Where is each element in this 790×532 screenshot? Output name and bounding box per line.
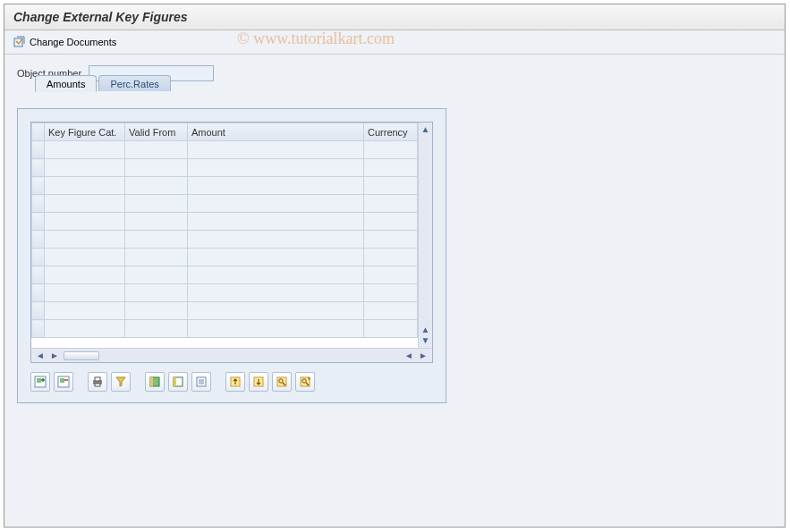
sort-asc-icon [229,376,242,388]
insert-row-button[interactable] [30,372,50,392]
row-selector[interactable] [32,231,45,249]
scroll-up-icon[interactable]: ▲ [420,124,431,135]
table-cell[interactable] [188,249,364,266]
table-cell[interactable] [45,177,125,195]
filter-button[interactable] [111,372,131,392]
row-selector[interactable] [32,249,45,266]
table-cell[interactable] [364,213,418,231]
table-cell[interactable] [188,284,364,302]
table-cell[interactable] [45,159,125,177]
table-row [32,320,418,338]
sort-desc-button[interactable] [249,372,268,392]
select-all-button[interactable] [145,372,165,392]
scroll-thumb[interactable] [64,351,99,360]
column-header[interactable]: Amount [188,123,364,141]
row-selector[interactable] [32,159,45,177]
table-cell[interactable] [364,177,418,195]
table-cell[interactable] [364,266,418,284]
row-selector[interactable] [32,320,45,338]
change-documents-button[interactable]: Change Documents [30,37,116,47]
table-cell[interactable] [125,213,188,231]
table-cell[interactable] [364,231,418,249]
table-cell[interactable] [364,302,418,320]
column-header[interactable]: Valid From [125,123,188,141]
scroll-right-icon[interactable]: ► [49,350,60,361]
table-cell[interactable] [125,320,188,338]
find-next-button[interactable] [295,372,315,392]
row-selector[interactable] [32,284,45,302]
table-cell[interactable] [188,213,364,231]
scroll-up2-icon[interactable]: ▲ [420,325,431,335]
sort-asc-button[interactable] [225,372,245,392]
svg-rect-6 [95,377,100,381]
table-cell[interactable] [125,302,188,320]
insert-row-icon [34,376,47,388]
table-row [32,249,418,266]
table-cell[interactable] [125,249,188,266]
table-cell[interactable] [188,177,364,195]
scroll-left-icon[interactable]: ◄ [35,350,46,361]
grid-toolbar [18,372,446,402]
table-cell[interactable] [125,159,188,177]
find-button[interactable] [272,372,292,392]
vertical-scrollbar[interactable]: ▲ ▲ ▼ [418,122,432,348]
tab-amounts[interactable]: Amounts [35,75,97,92]
table-cell[interactable] [188,195,364,213]
table-cell[interactable] [125,195,188,213]
table-cell[interactable] [45,302,125,320]
table-cell[interactable] [364,159,418,177]
table-cell[interactable] [364,284,418,302]
print-icon [91,376,104,388]
row-selector[interactable] [32,177,45,195]
table-cell[interactable] [188,302,364,320]
table-cell[interactable] [364,249,418,266]
row-selector[interactable] [32,302,45,320]
scroll-down-icon[interactable]: ▼ [420,335,431,346]
table-cell[interactable] [45,284,125,302]
row-selector[interactable] [32,141,45,159]
column-selector[interactable] [32,123,45,141]
application-window: Change External Key Figures Change Docum… [4,4,786,528]
table-cell[interactable] [125,284,188,302]
tab-perc-rates[interactable]: Perc.Rates [98,75,170,91]
table-cell[interactable] [45,141,125,159]
table-cell[interactable] [125,177,188,195]
table-cell[interactable] [364,320,418,338]
row-selector[interactable] [32,195,45,213]
tab-container: Amounts Perc.Rates Key Figure Cat. [17,90,772,403]
scroll-left2-icon[interactable]: ◄ [403,350,414,361]
tab-panel: Key Figure Cat. Valid From Amount Curren… [17,108,446,403]
table-cell[interactable] [45,249,125,266]
horizontal-scrollbar[interactable]: ◄ ► ◄ ► [31,348,432,362]
row-selector[interactable] [32,266,45,284]
table-cell[interactable] [45,213,125,231]
table-cell[interactable] [45,320,125,338]
table-cell[interactable] [45,231,125,249]
delete-row-button[interactable] [54,372,73,392]
print-button[interactable] [88,372,107,392]
deselect-all-icon [172,376,184,388]
table-cell[interactable] [188,141,364,159]
find-next-icon [299,376,311,388]
column-header[interactable]: Key Figure Cat. [45,123,125,141]
details-button[interactable] [191,372,211,392]
details-icon [195,376,208,388]
table-row [32,231,418,249]
table-cell[interactable] [188,159,364,177]
table-cell[interactable] [125,231,188,249]
scroll-right2-icon[interactable]: ► [418,350,429,361]
change-documents-icon[interactable] [13,36,26,48]
table-cell[interactable] [125,141,188,159]
table-cell[interactable] [364,195,418,213]
content-area: Object number Amounts Perc.Rates [4,55,785,414]
row-selector[interactable] [32,213,45,231]
table-cell[interactable] [188,231,364,249]
deselect-all-button[interactable] [168,372,188,392]
table-cell[interactable] [188,266,364,284]
table-cell[interactable] [125,266,188,284]
table-cell[interactable] [188,320,364,338]
table-cell[interactable] [45,266,125,284]
column-header[interactable]: Currency [364,123,418,141]
table-cell[interactable] [364,141,418,159]
table-cell[interactable] [45,195,125,213]
